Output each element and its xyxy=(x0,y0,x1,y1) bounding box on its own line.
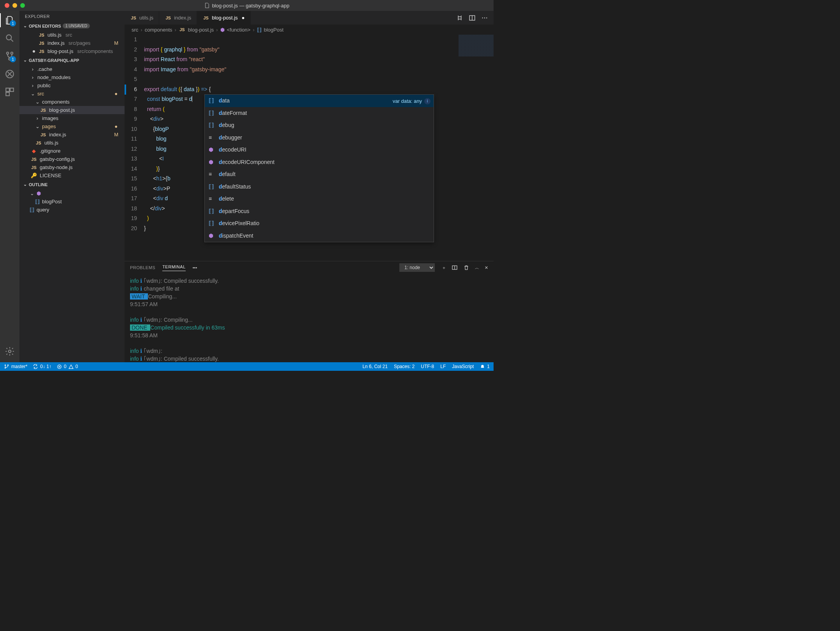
suggest-item[interactable]: ⟦⟧defaultStatus xyxy=(205,181,434,193)
panel-more-icon[interactable]: ••• xyxy=(193,265,197,270)
svg-point-11 xyxy=(484,17,485,18)
outline-header[interactable]: ⌄OUTLINE xyxy=(19,180,125,189)
split-terminal-icon[interactable] xyxy=(452,264,458,271)
scm-badge: 1 xyxy=(10,56,16,62)
status-cursor[interactable]: Ln 6, Col 21 xyxy=(362,364,388,369)
svg-point-15 xyxy=(5,367,5,368)
status-sync[interactable]: 0↓ 1↑ xyxy=(33,364,51,369)
tree-item[interactable]: JSindex.jsM xyxy=(19,130,125,139)
outline-item[interactable]: ⟦⟧query xyxy=(19,206,125,214)
info-icon[interactable]: i xyxy=(424,98,431,104)
window-title: blog-post.js — gatsby-graphql-app xyxy=(204,3,290,9)
minimap[interactable] xyxy=(459,35,494,89)
svg-point-0 xyxy=(6,35,11,40)
close-window[interactable] xyxy=(5,3,9,8)
tree-item[interactable]: ›.cache xyxy=(19,65,125,73)
status-eol[interactable]: LF xyxy=(440,364,446,369)
suggest-item[interactable]: ≡delete xyxy=(205,193,434,205)
status-encoding[interactable]: UTF-8 xyxy=(421,364,434,369)
svg-point-1 xyxy=(7,52,9,54)
js-icon: JS xyxy=(202,16,209,20)
terminal-output[interactable]: info ℹ ｢wdm｣: Compiled successfully.info… xyxy=(125,274,494,362)
tree-item[interactable]: JSutils.js xyxy=(19,139,125,147)
suggest-item[interactable]: ≡debugger xyxy=(205,132,434,144)
open-editor-item[interactable]: JSindex.jssrc/pagesM xyxy=(19,39,125,47)
source-control-icon[interactable]: 1 xyxy=(4,51,15,62)
suggest-item[interactable]: ⬢dispatchEvent xyxy=(205,230,434,242)
outline-item[interactable]: ⌄⬢ xyxy=(19,189,125,197)
status-notifications[interactable]: 1 xyxy=(480,364,490,369)
tree-item[interactable]: ⌄pages● xyxy=(19,122,125,130)
unsaved-badge: 1 UNSAVED xyxy=(63,23,90,28)
maximize-panel-icon[interactable]: ︿ xyxy=(475,265,479,271)
debug-icon[interactable] xyxy=(4,69,15,79)
editor-tab[interactable]: JSindex.js xyxy=(159,11,197,25)
editor-tab[interactable]: JSblog-post.js● xyxy=(197,11,250,25)
tree-item[interactable]: ›public xyxy=(19,81,125,90)
status-indent[interactable]: Spaces: 2 xyxy=(394,364,415,369)
suggest-item[interactable]: ≡default xyxy=(205,168,434,181)
tree-item[interactable]: ⌄src● xyxy=(19,90,125,98)
outline-item[interactable]: ⟦⟧blogPost xyxy=(19,197,125,206)
editor-tab[interactable]: JSutils.js xyxy=(125,11,159,25)
open-editor-item[interactable]: JSutils.jssrc xyxy=(19,31,125,39)
svg-point-12 xyxy=(486,17,487,18)
suggest-kind-icon: ⟦⟧ xyxy=(209,120,216,130)
js-icon: JS xyxy=(38,33,45,37)
svg-rect-5 xyxy=(6,88,9,92)
suggest-item[interactable]: ⟦⟧dateFormat xyxy=(205,107,434,120)
open-editor-item[interactable]: JSblog-post.jssrc/components xyxy=(19,47,125,55)
compare-icon[interactable] xyxy=(456,14,463,21)
js-icon: JS xyxy=(40,132,47,137)
open-editors-header[interactable]: ⌄OPEN EDITORS 1 UNSAVED xyxy=(19,22,125,30)
more-icon[interactable] xyxy=(481,14,488,21)
suggest-item[interactable]: ⟦⟧departFocus xyxy=(205,205,434,218)
activity-bar: 1 1 xyxy=(0,11,19,362)
tree-item[interactable]: ›node_modules xyxy=(19,73,125,81)
status-branch[interactable]: master* xyxy=(4,364,27,369)
tree-item[interactable]: 🔑LICENSE xyxy=(19,171,125,180)
tree-item[interactable]: JSblog-post.js xyxy=(19,106,125,114)
minimize-window[interactable] xyxy=(12,3,17,8)
suggest-item[interactable]: ⬢decodeURI xyxy=(205,144,434,156)
tree-item[interactable]: ›images xyxy=(19,114,125,122)
panel: PROBLEMS TERMINAL ••• 1: node ＋ ︿ ✕ xyxy=(125,261,494,362)
extensions-icon[interactable] xyxy=(4,86,15,97)
svg-point-14 xyxy=(5,365,5,365)
svg-point-8 xyxy=(9,350,11,353)
js-icon: JS xyxy=(165,16,172,20)
svg-rect-7 xyxy=(6,92,9,96)
breadcrumbs[interactable]: src› components› JSblog-post.js› ⬢ <func… xyxy=(125,25,494,35)
settings-icon[interactable] xyxy=(4,346,15,357)
suggest-item[interactable]: ⟦⟧devicePixelRatio xyxy=(205,217,434,230)
maximize-window[interactable] xyxy=(20,3,25,8)
explorer-icon[interactable]: 1 xyxy=(4,15,15,26)
suggest-kind-icon: ⟦⟧ xyxy=(209,182,216,192)
suggest-kind-icon: ⬢ xyxy=(209,157,216,167)
intellisense-popup[interactable]: var data: anyi ⟦⟧data⟦⟧dateFormat⟦⟧debug… xyxy=(204,94,434,242)
js-icon: JS xyxy=(40,108,47,113)
panel-tab-terminal[interactable]: TERMINAL xyxy=(162,264,186,271)
new-terminal-icon[interactable]: ＋ xyxy=(442,265,446,271)
project-header[interactable]: ⌄GATSBY-GRAPHQL-APP xyxy=(19,56,125,64)
kill-terminal-icon[interactable] xyxy=(463,264,469,271)
tree-item[interactable]: JSgatsby-config.js xyxy=(19,155,125,163)
file-icon xyxy=(204,3,210,8)
close-panel-icon[interactable]: ✕ xyxy=(485,265,488,270)
tree-item[interactable]: ◆.gitignore xyxy=(19,147,125,155)
tree-item[interactable]: JSgatsby-node.js xyxy=(19,163,125,171)
terminal-select[interactable]: 1: node xyxy=(399,263,435,272)
tree-item[interactable]: ⌄components xyxy=(19,98,125,106)
suggest-item[interactable]: ⟦⟧debug xyxy=(205,119,434,132)
suggest-kind-icon: ⬢ xyxy=(209,231,216,241)
suggest-item[interactable]: ⬢decodeURIComponent xyxy=(205,156,434,169)
status-problems[interactable]: 0 0 xyxy=(57,364,78,369)
explorer-badge: 1 xyxy=(10,20,16,26)
split-editor-icon[interactable] xyxy=(469,14,476,21)
panel-tab-problems[interactable]: PROBLEMS xyxy=(130,265,155,270)
suggest-kind-icon: ⟦⟧ xyxy=(209,108,216,118)
js-icon: JS xyxy=(38,49,45,54)
search-icon[interactable] xyxy=(4,33,15,44)
code-editor[interactable]: 1234567891011121314151617181920 import {… xyxy=(125,35,494,261)
status-language[interactable]: JavaScript xyxy=(452,364,474,369)
